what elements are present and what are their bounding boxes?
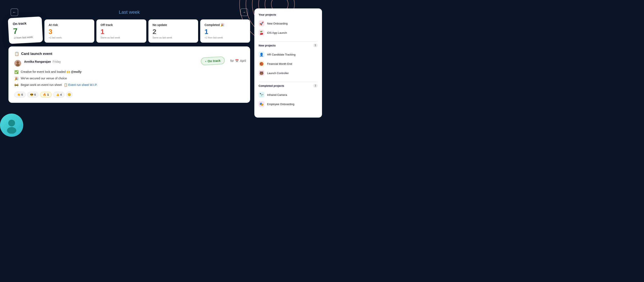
launch-controller-icon: 🐻 [258,70,264,76]
no-update-number: 2 [153,28,194,35]
checkmark-icon: ✅ [14,70,18,74]
for-month: for 📅 April [230,59,246,62]
forward-button[interactable]: → [240,8,248,16]
hr-candidate-name: HR Candidate Tracking [267,53,295,56]
update-items-list: ✅ Creative for event lock and loaded 🙌 @… [14,70,244,87]
launch-controller-name: Launch Controller [267,72,289,75]
update-item-2: 🎉 We've secured our venue of choice [14,77,244,81]
project-infrared-camera[interactable]: 🔭 Infrared Camera [258,90,318,99]
add-reaction-button[interactable]: 🙂 [66,91,72,98]
smiley-icon: 🙂 [68,93,71,96]
on-track-card[interactable]: On track 7 -2 from last week [8,16,43,44]
hr-candidate-icon: 👤 [258,51,264,57]
at-risk-card[interactable]: At risk 3 +1 last week [44,19,94,43]
svg-point-10 [16,61,19,64]
employee-onboarding-icon: 🎭 [258,101,264,107]
right-panel: Your projects 🚀 New Onboarding 🍒 iOS App… [254,8,322,118]
update-date: Friday [53,60,61,63]
status-badge: On track [201,56,225,65]
calendar-icon: 📅 [235,59,239,62]
no-update-card[interactable]: No update 2 Same as last week [148,19,198,43]
construction-icon: 🚧 [14,83,18,87]
project-hr-candidate[interactable]: 👤 HR Candidate Tracking [258,50,318,59]
reaction-clap[interactable]: 👏 6 [14,92,26,98]
content-card-header: 📋 Card launch event [14,51,244,56]
nav-header: ← Last week → [8,8,250,16]
author-name: Annika Rangarajan [24,60,51,63]
employee-onboarding-name: Employee Onboarding [267,103,294,106]
update-meta: Annika Rangarajan Friday [24,60,61,63]
content-card-icon: 📋 [14,51,19,56]
thumbs-count: 4 [60,93,62,96]
your-projects-section: Your projects 🚀 New Onboarding 🍒 iOS App… [258,13,318,37]
completed-sub: +1 from last week [204,36,246,39]
completed-projects-section: Completed projects 3 🔭 Infrared Camera 🎭… [258,84,318,109]
clap-count: 6 [21,93,23,96]
reaction-cool[interactable]: 😎 6 [27,92,38,98]
infrared-camera-icon: 🔭 [258,92,264,98]
new-projects-section: New projects 5 👤 HR Candidate Tracking 🏀… [258,43,318,78]
content-card-title: Card launch event [21,52,52,56]
project-launch-controller[interactable]: 🐻 Launch Controller [258,68,318,78]
new-projects-badge: 5 [313,43,318,47]
thumbs-emoji: 👍 [56,93,60,96]
completed-projects-badge: 3 [313,84,318,88]
status-cards-row: On track 7 -2 from last week At risk 3 +… [8,19,250,43]
cool-emoji: 😎 [30,93,34,96]
completed-title: Completed 🎉 [204,23,246,27]
off-track-sub: Same as last week [101,36,142,39]
ios-app-launch-icon: 🍒 [258,30,264,36]
update-text-3: Began work on event run sheet [21,83,62,87]
event-run-sheet-link[interactable]: 📋 Event run sheet W.I.P. [64,83,97,87]
update-item-1: ✅ Creative for event lock and loaded 🙌 @… [14,70,244,74]
off-track-title: Off track [101,23,142,27]
on-track-title: On track [13,21,38,26]
party-icon: 🎉 [14,77,18,81]
fire-emoji: 🔥 [43,93,46,96]
infrared-camera-name: Infrared Camera [267,93,287,97]
reactions-row: 👏 6 😎 6 🔥 1 👍 4 🙂 [14,91,244,98]
financial-month-end-icon: 🏀 [258,61,264,67]
completed-card[interactable]: Completed 🎉 1 +1 from last week [200,19,250,43]
svg-point-11 [16,64,20,66]
at-risk-sub: +1 last week [49,36,90,39]
new-onboarding-icon: 🚀 [258,20,264,26]
no-update-title: No update [153,23,194,27]
clap-emoji: 👏 [17,93,20,96]
off-track-number: 1 [101,28,142,35]
on-track-sub: -2 from last week [13,35,38,39]
svg-point-7 [7,127,16,134]
completed-number: 1 [204,28,246,35]
update-text-1: Creative for event lock and loaded 🙌 @mo… [21,70,82,73]
off-track-card[interactable]: Off track 1 Same as last week [96,19,146,43]
at-risk-number: 3 [49,28,90,35]
divider-2 [258,82,318,82]
project-employee-onboarding[interactable]: 🎭 Employee Onboarding [258,99,318,109]
your-projects-title: Your projects [258,13,276,16]
fire-count: 1 [47,93,49,96]
project-ios-app-launch[interactable]: 🍒 iOS App Launch [258,28,318,37]
content-card: 📋 Card launch event On track for 📅 April [8,46,250,103]
at-risk-title: At risk [49,23,90,27]
project-new-onboarding[interactable]: 🚀 New Onboarding [258,19,318,28]
new-projects-header: New projects 5 [258,43,318,47]
completed-projects-title: Completed projects [258,84,284,87]
your-projects-header: Your projects [258,13,318,16]
new-projects-title: New projects [258,44,276,47]
on-track-number: 7 [13,26,38,35]
svg-point-6 [8,120,15,127]
no-update-sub: Same as last week [153,36,194,39]
project-financial-month-end[interactable]: 🏀 Financial Month End [258,59,318,68]
new-onboarding-name: New Onboarding [267,22,288,25]
reaction-fire[interactable]: 🔥 1 [40,92,52,98]
update-text-2: We've secured our venue of choice [21,77,67,80]
financial-month-end-name: Financial Month End [267,62,292,65]
back-button[interactable]: ← [10,8,18,16]
author-avatar [14,60,21,67]
reaction-thumbs[interactable]: 👍 4 [53,92,64,98]
update-item-3: 🚧 Began work on event run sheet 📋 Event … [14,83,244,87]
nav-title: Last week [119,9,140,15]
cool-count: 6 [34,93,36,96]
completed-projects-header: Completed projects 3 [258,84,318,88]
ios-app-launch-name: iOS App Launch [267,31,287,34]
